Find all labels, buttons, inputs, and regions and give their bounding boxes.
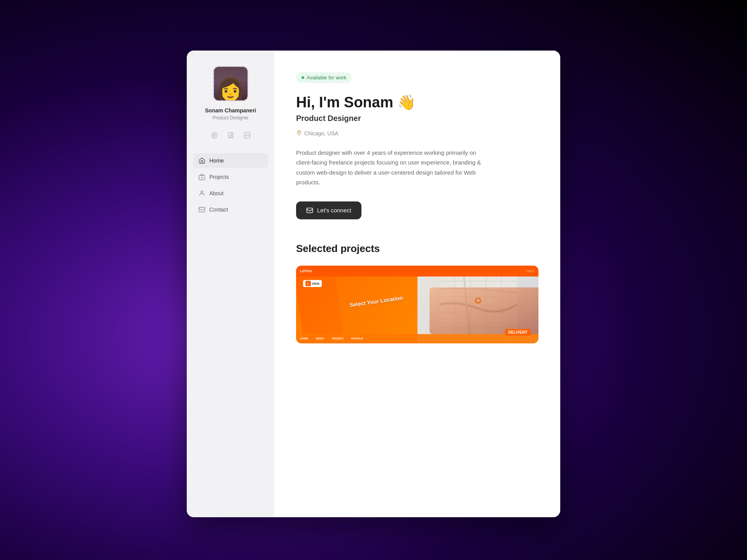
nav-item-home[interactable]: Home: [193, 153, 268, 168]
project-card-1[interactable]: LOTUS Log in L otus Se: [296, 266, 538, 343]
food-image-area: [430, 287, 538, 334]
envelope-icon: [306, 207, 313, 214]
nav-item-about[interactable]: About: [193, 186, 268, 201]
svg-point-11: [201, 191, 203, 193]
profile-title: Product Designer: [212, 115, 249, 121]
status-dot: [302, 76, 304, 79]
selected-projects-title: Selected projects: [296, 243, 538, 255]
sidebar: Sonam Champaneri Product Designer: [187, 51, 274, 517]
status-badge: Available for work: [296, 72, 352, 83]
home-icon: [198, 157, 205, 164]
nav-item-contact[interactable]: Contact: [193, 202, 268, 217]
hero-subtitle: Product Designer: [296, 114, 538, 123]
cta-label: Let's connect: [317, 207, 351, 214]
dribbble-icon[interactable]: [210, 131, 218, 139]
location-line: Chicago, USA: [296, 130, 538, 137]
svg-point-13: [298, 131, 300, 133]
bio-text: Product designer with over 4 years of ex…: [296, 148, 487, 187]
lets-connect-button[interactable]: Let's connect: [296, 201, 361, 219]
svg-rect-12: [199, 207, 205, 212]
card-bottom-bar: HOME MENU ORDERS PROFILE: [296, 334, 538, 343]
projects-icon: [198, 173, 205, 180]
resume-icon[interactable]: [227, 131, 235, 139]
linkedin-icon[interactable]: [243, 131, 251, 139]
main-content: Available for work Hi, I'm Sonam 👋 Produ…: [274, 51, 560, 517]
svg-rect-1: [228, 133, 232, 138]
avatar-wrapper[interactable]: [213, 66, 248, 101]
nav-menu: Home Projects: [193, 153, 268, 217]
card-nav-bar: LOTUS Log in: [296, 266, 538, 276]
location-text: Chicago, USA: [304, 130, 338, 136]
contact-icon: [198, 206, 205, 213]
svg-rect-14: [307, 208, 313, 213]
nav-label-projects: Projects: [209, 174, 229, 180]
profile-name: Sonam Champaneri: [205, 107, 256, 114]
project-card-visual: LOTUS Log in L otus Se: [296, 266, 538, 343]
location-icon: [296, 130, 302, 137]
nav-label-home: Home: [209, 158, 224, 164]
social-icons-group: [210, 131, 251, 139]
hero-heading: Hi, I'm Sonam 👋: [296, 94, 538, 112]
about-icon: [198, 190, 205, 197]
status-text: Available for work: [307, 75, 346, 80]
nav-item-projects[interactable]: Projects: [193, 170, 268, 184]
delivery-badge: DELIVERY: [505, 329, 531, 336]
svg-point-7: [245, 134, 246, 135]
nav-label-about: About: [209, 190, 224, 196]
card-brand: L otus: [303, 279, 322, 287]
avatar: [214, 67, 247, 100]
projects-grid: LOTUS Log in L otus Se: [296, 266, 538, 343]
nav-label-contact: Contact: [209, 206, 228, 213]
app-window: Sonam Champaneri Product Designer: [187, 51, 560, 517]
